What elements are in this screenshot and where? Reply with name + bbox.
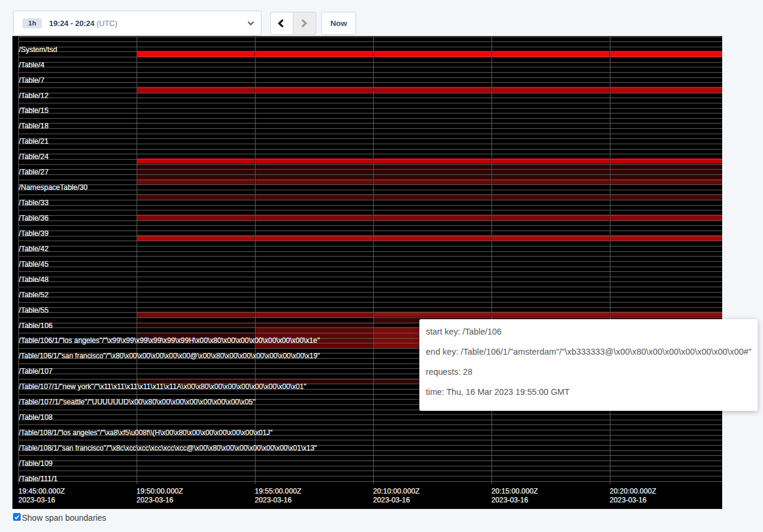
svg-text:20:10:00.000Z: 20:10:00.000Z [373,487,420,495]
svg-text:/Table/109: /Table/109 [19,459,53,468]
svg-text:/Table/39: /Table/39 [19,229,49,238]
svg-text:/Table/21: /Table/21 [19,137,49,145]
svg-text:/Table/7: /Table/7 [19,76,45,85]
svg-text:/Table/27: /Table/27 [19,168,49,176]
svg-text:2023-03-16: 2023-03-16 [492,496,529,504]
svg-text:/Table/106: /Table/106 [19,322,53,330]
svg-text:/Table/15: /Table/15 [19,106,49,115]
svg-text:/Table/33: /Table/33 [19,199,49,207]
svg-text:2023-03-16: 2023-03-16 [373,496,410,504]
svg-text:/Table/45: /Table/45 [19,260,49,268]
svg-text:/Table/48: /Table/48 [19,275,49,284]
svg-text:2023-03-16: 2023-03-16 [137,496,174,504]
svg-text:/Table/107/1/"seattle"/"UUUUUU: /Table/107/1/"seattle"/"UUUUUUD\x00\x80\… [19,398,256,406]
svg-text:/Table/12: /Table/12 [19,92,49,100]
svg-text:/Table/36: /Table/36 [19,214,49,222]
svg-text:2023-03-16: 2023-03-16 [255,496,292,504]
svg-text:/NamespaceTable/30: /NamespaceTable/30 [19,183,88,192]
svg-text:/Table/108: /Table/108 [19,413,53,421]
svg-text:19:55:00.000Z: 19:55:00.000Z [255,487,302,495]
svg-text:/Table/108/1/"los angeles"/"\x: /Table/108/1/"los angeles"/"\xa8\xf5\u00… [19,429,273,437]
svg-text:/Table/107/1/"new york"/"\x11\: /Table/107/1/"new york"/"\x11\x11\x11\x1… [19,382,306,391]
svg-text:2023-03-16: 2023-03-16 [18,496,56,504]
svg-text:19:50:00.000Z: 19:50:00.000Z [137,487,183,495]
svg-text:/Table/106/1/"los angeles"/"\x: /Table/106/1/"los angeles"/"\x99\x99\x99… [19,336,320,345]
svg-text:19:45:00.000Z: 19:45:00.000Z [18,487,65,495]
svg-text:/Table/52: /Table/52 [19,291,49,299]
svg-text:/Table/18: /Table/18 [19,122,49,130]
svg-text:2023-03-16: 2023-03-16 [610,496,647,504]
svg-text:/Table/111/1: /Table/111/1 [19,475,58,483]
svg-text:20:15:00.000Z: 20:15:00.000Z [492,487,538,495]
svg-text:/Table/106/1/"san francisco"/": /Table/106/1/"san francisco"/"\x80\x00\x… [19,352,320,360]
svg-text:/Table/42: /Table/42 [19,245,49,253]
svg-text:/Table/108/1/"san francisco"/": /Table/108/1/"san francisco"/"\x8c\xcc\x… [19,444,317,452]
svg-text:/Table/55: /Table/55 [19,306,49,314]
svg-text:/Table/24: /Table/24 [19,153,49,161]
svg-text:20:20:00.000Z: 20:20:00.000Z [610,487,657,495]
svg-text:/Table/4: /Table/4 [19,61,45,69]
svg-text:/System/tsd: /System/tsd [19,46,57,54]
svg-text:/Table/107: /Table/107 [19,367,53,375]
